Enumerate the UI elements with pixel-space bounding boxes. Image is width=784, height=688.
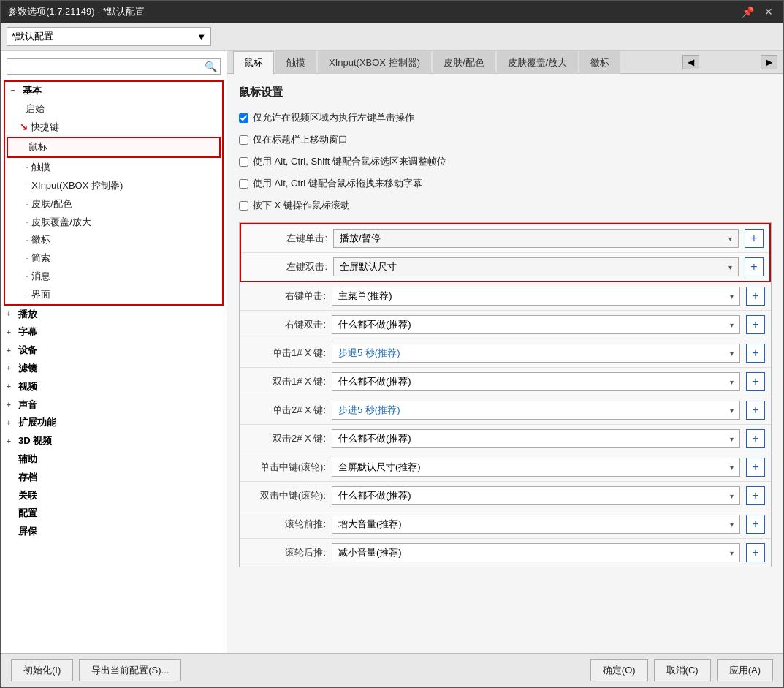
action-select-left-click[interactable]: 播放/暂停 ▾ [333,229,739,248]
right-panel: 鼠标 触摸 XInput(XBOX 控制器) 皮肤/配色 皮肤覆盖/放大 [227,51,783,653]
action-row-right-dbl: 右键双击: 什么都不做(推荐) ▾ + [240,311,771,339]
action-plus-x1-dbl[interactable]: + [746,372,765,391]
checkbox-label-3: 使用 Alt, Ctrl 键配合鼠标拖拽来移动字幕 [253,177,422,190]
tree-section-filter[interactable]: + 滤镜 [1,360,227,378]
tab-skin[interactable]: 皮肤/配色 [433,51,495,74]
dash-icon: - [26,160,28,175]
tab-badge[interactable]: 徽标 [579,51,620,74]
search-box[interactable]: 🔍 [7,58,221,75]
tab-xinput[interactable]: XInput(XBOX 控制器) [318,51,431,74]
apply-button[interactable]: 应用(A) [717,659,773,681]
tree-label-screensaver: 屏保 [18,524,37,540]
tree-item-skin-overlay[interactable]: - 皮肤覆盖/放大 [5,213,222,232]
tree-label-assist: 辅助 [18,452,37,467]
tree-label-config: 配置 [18,506,37,521]
action-select-left-dbl[interactable]: 全屏默认尺寸 ▾ [333,257,739,276]
tree-item-shortcuts[interactable]: ↘ 快捷键 [5,118,222,137]
sidebar: 🔍 − 基本 启始 ↘ 快捷 [1,51,227,653]
tree-label-interface: 界面 [31,287,50,303]
tree-section-audio[interactable]: + 声音 [1,396,227,415]
action-select-scroll-up[interactable]: 增大音量(推荐) ▾ [332,515,740,534]
cancel-button[interactable]: 取消(C) [654,659,711,681]
tree-section-assist[interactable]: 辅助 [1,450,227,469]
action-plus-left-dbl[interactable]: + [745,257,764,276]
expand-icon-subtitle: + [7,327,15,339]
checkbox-3[interactable] [239,179,248,189]
action-label-right-dbl: 右键双击: [246,318,326,331]
tree-item-skin[interactable]: - 皮肤/配色 [5,195,222,213]
search-input[interactable] [10,61,205,72]
tree-item-mouse[interactable]: 鼠标 [7,137,221,158]
tab-mouse-label: 鼠标 [244,57,263,68]
action-select-right-click[interactable]: 主菜单(推荐) ▾ [332,287,740,306]
tree-item-message[interactable]: - 消息 [5,268,222,286]
tree-section-extend[interactable]: + 扩展功能 [1,414,227,432]
tree-label-basic: 基本 [23,83,42,99]
chevron-x2-click: ▾ [730,407,734,415]
tree-item-search[interactable]: - 简索 [5,249,222,268]
action-row-mid-dbl: 双击中键(滚轮): 什么都不做(推荐) ▾ + [240,482,771,510]
action-select-x2-click[interactable]: 步进5 秒(推荐) ▾ [332,401,740,420]
tab-nav-next[interactable]: ▶ [761,55,777,69]
chevron-x2-dbl: ▾ [730,435,734,443]
tree-section-screensaver[interactable]: 屏保 [1,523,227,541]
chevron-left-click: ▾ [728,235,732,243]
tree-section-basic[interactable]: − 基本 [5,82,222,100]
tree-section-assoc[interactable]: 关联 [1,487,227,505]
tree-section-save[interactable]: 存档 [1,469,227,487]
action-plus-right-click[interactable]: + [746,287,765,306]
action-select-x1-click[interactable]: 步退5 秒(推荐) ▾ [332,344,740,363]
pin-button[interactable]: 📌 [739,6,757,18]
action-plus-x2-dbl[interactable]: + [746,429,765,448]
tab-touch[interactable]: 触摸 [275,51,316,74]
action-select-x2-dbl[interactable]: 什么都不做(推荐) ▾ [332,429,740,448]
action-value-left-click: 播放/暂停 [340,232,381,245]
config-select[interactable]: *默认配置 ▼ [7,27,211,46]
tree-section-3dvideo[interactable]: + 3D 视频 [1,432,227,450]
action-plus-x2-click[interactable]: + [746,401,765,420]
checkbox-2[interactable] [239,157,248,167]
action-row-right-click: 右键单击: 主菜单(推荐) ▾ + [240,282,771,311]
action-plus-left-click[interactable]: + [745,229,764,248]
tree-section-subtitle[interactable]: + 字幕 [1,323,227,341]
tree-item-start[interactable]: 启始 [5,100,222,118]
tree-section-video[interactable]: + 视频 [1,378,227,396]
dash-icon7: - [26,269,28,284]
action-plus-x1-click[interactable]: + [746,344,765,363]
tree-section-config[interactable]: 配置 [1,504,227,523]
tree-item-touch[interactable]: - 触摸 [5,159,222,177]
checkbox-0[interactable] [239,113,248,123]
action-plus-scroll-up[interactable]: + [746,515,765,534]
action-select-right-dbl[interactable]: 什么都不做(推荐) ▾ [332,315,740,334]
tab-skin-overlay[interactable]: 皮肤覆盖/放大 [497,51,579,74]
checkbox-1[interactable] [239,135,248,145]
tree-section-play[interactable]: + 播放 [1,306,227,324]
action-select-mid-dbl[interactable]: 什么都不做(推荐) ▾ [332,486,740,505]
close-button[interactable]: ✕ [761,6,776,18]
action-plus-right-dbl[interactable]: + [746,315,765,334]
tree-item-interface[interactable]: - 界面 [5,286,222,304]
ok-button[interactable]: 确定(O) [590,659,648,681]
action-label-right-click: 右键单击: [246,290,326,303]
export-button[interactable]: 导出当前配置(S)... [79,659,181,681]
tree-item-xinput[interactable]: - XInput(XBOX 控制器) [5,177,222,195]
tree-section-device[interactable]: + 设备 [1,341,227,360]
chevron-x1-dbl: ▾ [730,378,734,386]
action-plus-mid-dbl[interactable]: + [746,486,765,505]
action-plus-mid-click[interactable]: + [746,458,765,477]
highlighted-rows: 左键单击: 播放/暂停 ▾ + 左键双击: [240,223,771,282]
tab-mouse[interactable]: 鼠标 [233,51,274,74]
tabs-bar: 鼠标 触摸 XInput(XBOX 控制器) 皮肤/配色 皮肤覆盖/放大 [227,51,783,74]
tree-label-audio: 声音 [18,398,37,413]
tab-touch-label: 触摸 [286,57,305,68]
action-plus-scroll-down[interactable]: + [746,543,765,562]
tree-item-badge[interactable]: - 徽标 [5,231,222,249]
action-select-x1-dbl[interactable]: 什么都不做(推荐) ▾ [332,372,740,391]
action-row-scroll-down: 滚轮后推: 减小音量(推荐) ▾ + [240,539,771,567]
action-row-x2-dbl: 双击2# X 键: 什么都不做(推荐) ▾ + [240,425,771,453]
init-button[interactable]: 初始化(I) [11,659,73,681]
checkbox-4[interactable] [239,201,248,211]
tab-nav-prev[interactable]: ◀ [682,55,699,69]
action-select-scroll-down[interactable]: 减小音量(推荐) ▾ [332,543,740,562]
action-select-mid-click[interactable]: 全屏默认尺寸(推荐) ▾ [332,458,740,477]
